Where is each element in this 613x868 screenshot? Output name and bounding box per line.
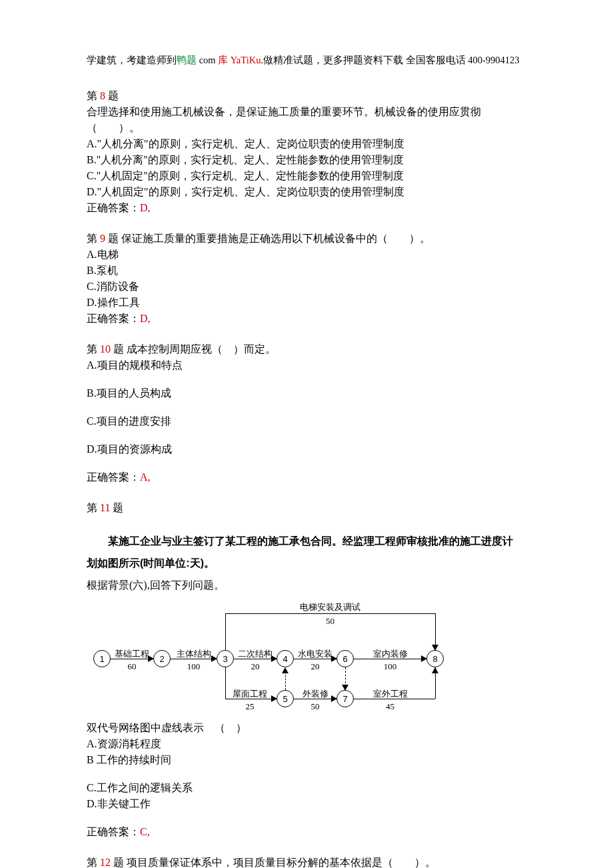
- q11-option-c: C.工作之间的逻辑关系: [87, 780, 526, 796]
- node-7: 7: [336, 690, 354, 707]
- edge-5-7-label: 外装修: [294, 687, 336, 701]
- q-number: 12: [100, 857, 111, 868]
- q-number: 10: [100, 343, 111, 355]
- header-text-2: com: [197, 55, 218, 65]
- arrow-icon: [342, 685, 348, 691]
- question-8: 第 8 题 合理选择和使用施工机械设备，是保证施工质量的重要环节。机械设备的使用…: [87, 88, 526, 216]
- q-prefix: 第: [87, 857, 100, 868]
- edge-7-8-label: 室外工程: [354, 687, 426, 701]
- answer-label: 正确答案：: [87, 826, 140, 837]
- q10-title-rest: 题 成本控制周期应视（ ）而定。: [111, 343, 276, 355]
- q8-option-c: C."人机固定"的原则，实行定机、定人、定性能参数的使用管理制度: [87, 168, 526, 184]
- q9-option-b: B.泵机: [87, 263, 526, 279]
- header-text-3: .做精准试题，更多押题资料下载 全国客服电话 400-9904123: [261, 55, 519, 65]
- edge-3-5-label: 屋面工程: [223, 687, 277, 701]
- header-text-1: 学建筑，考建造师到: [87, 55, 177, 65]
- question-12: 第 12 题 项目质量保证体系中，项目质量目标分解的基本依据是（ ）。: [87, 855, 526, 868]
- question-9: 第 9 题 保证施工质量的重要措施是正确选用以下机械设备中的（ ）。 A.电梯 …: [87, 231, 526, 327]
- q10-option-b: B.项目的人员构成: [87, 385, 526, 401]
- q-prefix: 第: [87, 233, 100, 244]
- q11-intro-2: 划如图所示(时间单位:天)。: [87, 554, 526, 572]
- arrow-icon: [282, 667, 289, 673]
- edge-3-5-dur: 25: [223, 700, 277, 713]
- page-header: 学建筑，考建造师到鸭题 com 库 YaTiKu.做精准试题，更多押题资料下载 …: [87, 53, 526, 68]
- edge-5-7-dur: 50: [294, 700, 336, 713]
- arrow-icon: [432, 645, 438, 651]
- q11-intro-1: 某施工企业与业主签订了某工程的施工承包合同。经监理工程师审核批准的施工进度计: [87, 532, 526, 550]
- question-11: 第 11 题 某施工企业与业主签订了某工程的施工承包合同。经监理工程师审核批准的…: [87, 500, 526, 841]
- node-2: 2: [153, 650, 171, 667]
- q10-option-c: C.项目的进度安排: [87, 413, 526, 429]
- answer-label: 正确答案：: [87, 313, 140, 324]
- header-brand-1: 鸭题: [177, 55, 197, 65]
- header-brand-2: 库 YaTiKu: [218, 55, 261, 65]
- q10-option-d: D.项目的资源构成: [87, 441, 526, 457]
- q10-option-a: A.项目的规模和特点: [87, 357, 526, 373]
- edge-1-2-label: 基础工程: [111, 647, 153, 661]
- edge-2-3-dur: 100: [171, 660, 217, 673]
- edge-1-2-dur: 60: [111, 660, 153, 673]
- edge-2-3-label: 主体结构: [171, 647, 217, 661]
- q11-option-a: A.资源消耗程度: [87, 736, 526, 752]
- edge-3-4-dur: 20: [234, 660, 277, 673]
- q-number: 9: [100, 233, 105, 244]
- edge-6-8-dur: 100: [354, 660, 426, 673]
- q9-option-d: D.操作工具: [87, 295, 526, 311]
- q8-option-b: B."人机分离"的原则，实行定机、定人、定性能参数的使用管理制度: [87, 152, 526, 168]
- q-prefix: 第: [87, 502, 100, 513]
- node-1: 1: [93, 650, 111, 667]
- edge-4-6-label: 水电安装: [294, 647, 336, 661]
- edge-7-8-dur: 45: [354, 700, 426, 713]
- answer-label: 正确答案：: [87, 202, 140, 213]
- node-8: 8: [426, 650, 444, 667]
- q-prefix: 第: [87, 90, 100, 101]
- edge-3-4-label: 二次结构: [234, 647, 277, 661]
- q-number: 11: [100, 502, 110, 513]
- q10-answer: A,: [140, 471, 151, 483]
- q-suffix: 题: [110, 502, 123, 513]
- arrow-icon: [432, 667, 438, 673]
- q8-stem-line2: （ ）。: [87, 120, 526, 136]
- q-prefix: 第: [87, 343, 100, 355]
- edge-6-8-label: 室内装修: [354, 647, 426, 661]
- edge-3-8-label: 电梯安装及调试: [225, 601, 435, 614]
- node-5: 5: [277, 690, 294, 707]
- question-10: 第 10 题 成本控制周期应视（ ）而定。 A.项目的规模和特点 B.项目的人员…: [87, 341, 526, 485]
- edge-3-8-dur: 50: [225, 615, 435, 628]
- node-6: 6: [336, 650, 354, 667]
- q-number: 8: [100, 90, 105, 101]
- node-4: 4: [277, 650, 294, 667]
- q9-option-a: A.电梯: [87, 247, 526, 263]
- q8-option-d: D."人机固定"的原则，实行定机、定人、定岗位职责的使用管理制度: [87, 184, 526, 200]
- q9-title-rest: 题 保证施工质量的重要措施是正确选用以下机械设备中的（ ）。: [105, 233, 430, 244]
- q8-option-a: A."人机分离"的原则，实行定机、定人、定岗位职责的使用管理制度: [87, 136, 526, 152]
- q11-option-b: B 工作的持续时间: [87, 752, 526, 768]
- q11-intro-3: 根据背景(六),回答下列问题。: [87, 576, 526, 594]
- edge-4-6-dur: 20: [294, 660, 336, 673]
- answer-label: 正确答案：: [87, 471, 140, 483]
- q9-answer: D,: [140, 313, 151, 324]
- q9-option-c: C.消防设备: [87, 279, 526, 295]
- network-diagram: 1 2 3 4 5 6 7 8 基础工程 60 主体结构 100 二次结构 20…: [87, 597, 460, 713]
- q-suffix: 题: [105, 90, 119, 101]
- q8-answer: D,: [140, 202, 151, 213]
- q11-answer: C,: [140, 826, 150, 837]
- q11-stem: 双代号网络图中虚线表示 （ ）: [87, 720, 526, 736]
- q8-stem-line1: 合理选择和使用施工机械设备，是保证施工质量的重要环节。机械设备的使用应贯彻: [87, 104, 526, 120]
- node-3: 3: [217, 650, 234, 667]
- q11-option-d: D.非关键工作: [87, 796, 526, 812]
- q12-title-rest: 题 项目质量保证体系中，项目质量目标分解的基本依据是（ ）。: [111, 857, 436, 868]
